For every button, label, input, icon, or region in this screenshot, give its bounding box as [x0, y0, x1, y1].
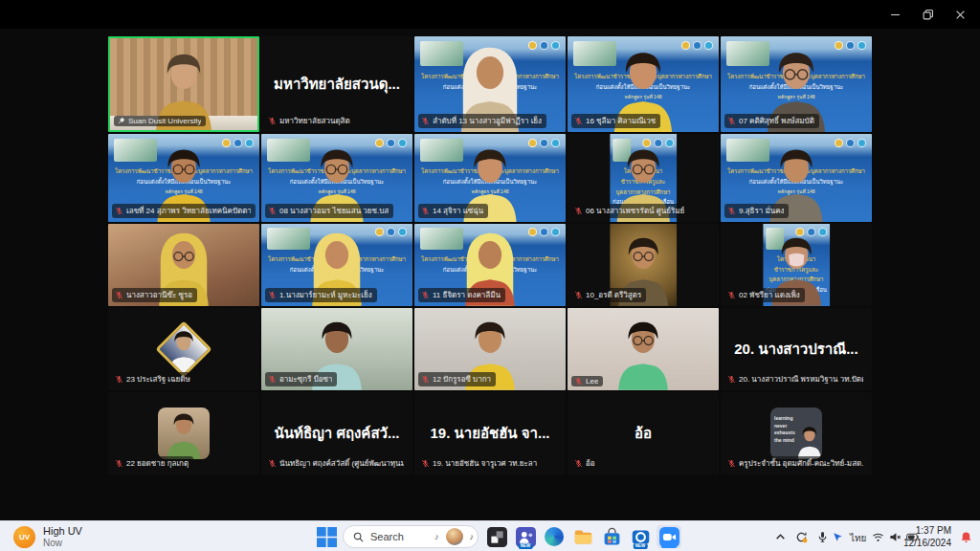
- participant-name-label: Lee: [586, 377, 598, 386]
- participant-name-label: นางสาวอานีซ๊ะ ซูรอ: [126, 289, 192, 301]
- restore-button[interactable]: [911, 4, 944, 25]
- tray-wifi[interactable]: [869, 528, 886, 545]
- participant-label-bar: 22 ยอดชาย กุลเกตุ: [112, 456, 193, 471]
- participant-name-label: 1.นางมาร์ยามะห์ มูหะมะเย็ง: [279, 289, 372, 301]
- participant-tile[interactable]: โครงการพัฒนาข้าราชการครูและบุคลากรทางการ…: [721, 134, 872, 222]
- participant-tile[interactable]: 20. นางสาวปราณี...20. นางสาวปราณี พรหมวิ…: [721, 308, 872, 390]
- participant-name-label: 11 ธีจิตรา ดงคาลีมีน: [433, 289, 501, 301]
- outlook-new-badge: NEW: [634, 543, 648, 549]
- participant-name-label: 06 นางสาวเพชรรัตน์ ศูนย์ริมย์: [586, 205, 684, 217]
- taskbar-app-dark-square[interactable]: [484, 525, 509, 548]
- participant-name-label: 23 ประเสริฐ เฉยดิษ: [126, 373, 190, 386]
- muted-mic-icon: [268, 207, 277, 215]
- participant-tile[interactable]: learning never exhausts the mind ครูประจ…: [721, 392, 872, 474]
- slide-logos: [375, 139, 407, 147]
- participant-name-label: 20. นางสาวปราณี พรหมวิฐาน วท.ปัตตานี: [739, 373, 863, 386]
- participant-tile[interactable]: โครงการพัฒนาข้าราชการครูและบุคลากรทางการ…: [108, 134, 259, 222]
- participant-tile[interactable]: อ้ออ้อ: [568, 392, 719, 474]
- muted-mic-icon: [268, 117, 277, 125]
- taskbar-app-edge[interactable]: [542, 525, 567, 548]
- participant-tile[interactable]: โครงการพัฒนาข้าราชการครูและบุคลากรทางการ…: [414, 224, 566, 306]
- participant-tile[interactable]: โครงการพัฒนาข้าราชการครูและบุคลากรทางการ…: [414, 36, 566, 132]
- participant-label-bar: Lee: [571, 376, 603, 386]
- participant-label-bar: 23 ประเสริฐ เฉยดิษ: [112, 372, 195, 386]
- uv-icon: UV: [13, 526, 35, 548]
- weather-widget[interactable]: UV High UV Now: [13, 525, 82, 548]
- taskbar-app-teams[interactable]: NEW: [513, 525, 538, 548]
- participant-tile[interactable]: 19. นายอัชฮัน จา...19. นายอัชฮัน จารูเวศ…: [414, 392, 566, 474]
- logo-icon: [846, 139, 855, 147]
- music-note-icon: ♪: [434, 532, 439, 541]
- participant-tile[interactable]: 12 ปักรูรอซี บากา: [414, 308, 566, 390]
- muted-mic-icon: [421, 375, 430, 384]
- participant-label-bar: 16 ชุลีมา ศิลามณีเวช: [571, 114, 660, 128]
- participant-tile[interactable]: โครงการพัฒนาข้าราชการครูและบุคลากรทางการ…: [568, 134, 719, 222]
- participant-tile[interactable]: มหาวิทยาลัยสวนดุ...มหาวิทยาลัยสวนดุสิต: [261, 36, 412, 132]
- taskbar-app-store[interactable]: [599, 525, 624, 548]
- logo-icon: [387, 228, 395, 236]
- participant-tile[interactable]: โครงการพัฒนาข้าราชการครูและบุคลากรทางการ…: [721, 224, 872, 306]
- taskbar-app-file-explorer[interactable]: [570, 525, 595, 548]
- participant-name-label: 19. นายอัชฮัน จารูเวศ วท.ยะลา: [433, 457, 537, 470]
- muted-mic-icon: [727, 291, 736, 299]
- participant-tile[interactable]: โครงการพัฒนาข้าราชการครูและบุคลากรทางการ…: [414, 134, 566, 222]
- tray-volume-muted[interactable]: [886, 528, 903, 545]
- participant-name-label: 9.สุธิรา มั่นคง: [739, 205, 784, 217]
- logo-icon: [551, 228, 560, 236]
- start-button[interactable]: [314, 525, 339, 548]
- taskbar-clock[interactable]: 1:37 PM 12/16/2024: [903, 524, 951, 549]
- slide-logos: [528, 139, 560, 147]
- muted-mic-icon: [421, 291, 430, 299]
- participant-tile[interactable]: โครงการพัฒนาข้าราชการครูและบุคลากรทางการ…: [568, 36, 719, 132]
- participant-tile[interactable]: Lee: [568, 308, 719, 390]
- taskbar-app-outlook[interactable]: NEW: [628, 525, 653, 548]
- muted-mic-icon: [727, 207, 736, 215]
- avatar: learning never exhausts the mind: [770, 408, 822, 459]
- taskbar-app-zoom[interactable]: [657, 525, 681, 548]
- windows-logo-icon: [317, 527, 337, 547]
- close-button[interactable]: [944, 4, 976, 25]
- tray-chevron-up[interactable]: [771, 528, 789, 545]
- chevron-up-icon: [774, 531, 787, 543]
- participant-label-bar: อ้อ: [571, 456, 600, 471]
- participant-tile[interactable]: อามะซุกรี บือซา: [261, 308, 412, 390]
- muted-mic-icon: [115, 375, 123, 384]
- tray-update[interactable]: [792, 528, 810, 545]
- participant-label-bar: นันทธิญา ศฤงค์สวัสดิ์ (ศูนย์พัฒนาทุนมนุษ…: [265, 456, 409, 471]
- muted-mic-icon: [115, 207, 123, 215]
- participant-name-label: ลำดับที่ 13 นางสาวอูมีฟาฏีรา เย็ง: [433, 115, 542, 127]
- tray-notification-bell[interactable]: [957, 528, 974, 545]
- participant-label-bar: เลขที่ 24 สุภาพร วิทยาลัยเทคนิคปัตตานี: [112, 204, 256, 218]
- minimize-button[interactable]: [879, 4, 911, 25]
- muted-mic-icon: [421, 207, 430, 215]
- participant-label-bar: 19. นายอัชฮัน จารูเวศ วท.ยะลา: [418, 456, 542, 471]
- search-input[interactable]: Search ♪ ♪: [343, 525, 479, 548]
- muted-mic-icon: [268, 459, 277, 468]
- search-highlight-avatar: [446, 528, 463, 545]
- participant-tile[interactable]: 10_อรดี ตรีวิสูตร: [568, 224, 719, 306]
- muted-mic-icon: [574, 207, 583, 215]
- muted-mic-icon: [727, 117, 736, 125]
- participant-tile[interactable]: โครงการพัฒนาข้าราชการครูและบุคลากรทางการ…: [261, 224, 412, 306]
- participant-tile[interactable]: Suan Dusit University: [108, 36, 259, 132]
- participant-label-bar: 06 นางสาวเพชรรัตน์ ศูนย์ริมย์: [571, 204, 689, 218]
- participant-tile[interactable]: นางสาวอานีซ๊ะ ซูรอ: [108, 224, 259, 306]
- participant-label-bar: 11 ธีจิตรา ดงคาลีมีน: [418, 288, 505, 302]
- participant-name-label: 14 สุจิรา แซ่ฉุ่น: [433, 205, 483, 217]
- participant-name-label: Suan Dusit University: [128, 117, 201, 125]
- participant-label-bar: 07 คติศิสุทธิ์ พงษ์สมบัติ: [724, 114, 819, 128]
- active-app-indicator: [661, 545, 677, 548]
- participant-label-bar: 02 พัชรียา แดงเพ็ง: [724, 288, 805, 302]
- participant-label-bar: อามะซุกรี บือซา: [265, 372, 337, 386]
- participant-tile[interactable]: 22 ยอดชาย กุลเกตุ: [108, 392, 259, 474]
- participant-tile[interactable]: นันท์ธิญา ศฤงค์สวั...นันทธิญา ศฤงค์สวัสด…: [261, 392, 412, 474]
- file-explorer-icon: [573, 527, 593, 547]
- logo-icon: [540, 139, 548, 147]
- muted-mic-icon: [574, 291, 583, 299]
- muted-mic-icon: [268, 375, 277, 384]
- tray-pointer[interactable]: [829, 528, 846, 545]
- participant-tile[interactable]: โครงการพัฒนาข้าราชการครูและบุคลากรทางการ…: [721, 36, 872, 132]
- language-indicator[interactable]: ไทย: [850, 531, 866, 545]
- participant-tile[interactable]: โครงการพัฒนาข้าราชการครูและบุคลากรทางการ…: [261, 134, 412, 222]
- participant-tile[interactable]: 23 ประเสริฐ เฉยดิษ: [108, 308, 259, 390]
